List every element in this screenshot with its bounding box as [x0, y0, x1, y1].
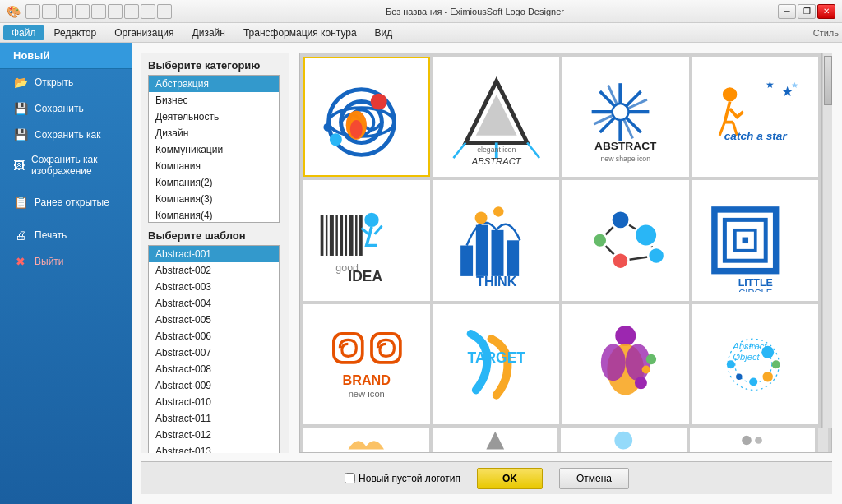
template-item-004[interactable]: Abstract-004	[149, 295, 279, 312]
svg-point-71	[615, 325, 636, 345]
saveas-icon: 💾	[13, 127, 28, 142]
minimize-button[interactable]: ─	[778, 4, 796, 19]
template-item-003[interactable]: Abstract-003	[149, 279, 279, 295]
sidebar-item-saveas[interactable]: 💾 Сохранить как	[0, 122, 132, 148]
logo-cell-7[interactable]	[562, 180, 689, 300]
menu-file[interactable]: Файл	[3, 25, 44, 40]
template-item-012[interactable]: Abstract-012	[149, 427, 279, 443]
sidebar-item-saveas-label: Сохранить как	[35, 129, 100, 141]
logo-cell-2[interactable]: ABSTRACT elegant icon	[433, 57, 560, 177]
svg-marker-88	[486, 432, 504, 450]
template-item-006[interactable]: Abstract-006	[149, 328, 279, 344]
sidebar-item-exit-label: Выйти	[35, 256, 64, 267]
template-item-009[interactable]: Abstract-009	[149, 377, 279, 394]
grid-scroll-thumb[interactable]	[824, 56, 832, 105]
open-icon: 📂	[13, 75, 28, 90]
svg-text:IDEA: IDEA	[348, 268, 382, 284]
template-list[interactable]: Abstract-001 Abstract-002 Abstract-003 A…	[148, 245, 280, 453]
template-title: Выберите шаблон	[148, 229, 282, 242]
sidebar-item-print-label: Печать	[35, 229, 67, 241]
svg-point-48	[493, 206, 503, 216]
sidebar-new-label[interactable]: Новый	[0, 43, 132, 69]
logo-cell-12[interactable]: Abstract Object	[692, 304, 819, 424]
category-item-business[interactable]: Бизнес	[149, 92, 279, 109]
sidebar-item-print[interactable]: 🖨 Печать	[0, 222, 132, 248]
svg-point-81	[771, 360, 780, 368]
abstract-triangle-logo: ABSTRACT elegant icon	[435, 66, 558, 169]
cancel-button[interactable]: Отмена	[559, 468, 629, 489]
svg-marker-11	[475, 95, 516, 136]
empty-logo-checkbox-label[interactable]: Новый пустой логотип	[345, 473, 460, 484]
target-logo: TARGET	[435, 313, 558, 416]
logo-cell-3[interactable]: ABSTRACT new shape icon	[562, 57, 689, 177]
sidebar-item-recent[interactable]: 📋 Ранее открытые	[0, 189, 132, 215]
template-item-007[interactable]: Abstract-007	[149, 344, 279, 361]
logo-cell-1[interactable]	[303, 57, 430, 177]
svg-rect-31	[321, 215, 324, 256]
menu-view[interactable]: Вид	[367, 25, 401, 40]
category-item-abstract[interactable]: Абстракция	[149, 76, 279, 92]
restore-button[interactable]: ❐	[798, 4, 816, 19]
template-item-001[interactable]: Abstract-001	[149, 246, 279, 262]
svg-point-82	[762, 372, 772, 381]
sidebar-item-save-label: Сохранить	[35, 103, 84, 114]
close-button[interactable]: ✕	[817, 4, 835, 19]
sidebar-item-recent-label: Ранее открытые	[35, 197, 109, 208]
logo-cell-4[interactable]: ★ ★ ★ catch a star	[692, 57, 819, 177]
window-controls[interactable]: ─ ❐ ✕	[778, 4, 835, 19]
svg-point-23	[613, 104, 629, 120]
menu-transform[interactable]: Трансформация контура	[235, 25, 365, 40]
category-list[interactable]: Абстракция Бизнес Деятельность Дизайн Ко…	[148, 75, 280, 223]
svg-point-47	[474, 212, 487, 224]
svg-point-91	[755, 437, 762, 444]
template-item-008[interactable]: Abstract-008	[149, 361, 279, 377]
category-item-company[interactable]: Компания	[149, 158, 279, 174]
logo-cell-6[interactable]: THINK	[433, 180, 560, 300]
sidebar-item-save[interactable]: 💾 Сохранить	[0, 95, 132, 122]
sidebar-item-saveimage[interactable]: 🖼 Сохранить как изображение	[0, 148, 132, 183]
category-item-company4[interactable]: Компания(4)	[149, 207, 279, 223]
logo-cell-11[interactable]	[562, 304, 689, 424]
template-item-005[interactable]: Abstract-005	[149, 312, 279, 328]
menu-editor[interactable]: Редактор	[46, 25, 105, 40]
ok-button[interactable]: OK	[477, 468, 543, 489]
logo-cell-9[interactable]: BRAND new icon	[303, 304, 430, 424]
template-item-011[interactable]: Abstract-011	[149, 410, 279, 427]
svg-text:ABSTRACT: ABSTRACT	[470, 155, 521, 165]
template-item-002[interactable]: Abstract-002	[149, 262, 279, 279]
svg-point-76	[642, 365, 650, 373]
good-idea-logo: good IDEA	[305, 189, 428, 292]
sidebar-item-saveimage-label: Сохранить как изображение	[31, 154, 118, 177]
grid-scrollbar[interactable]	[822, 53, 832, 428]
logo-cell-5[interactable]: good IDEA	[303, 180, 430, 300]
category-item-company2[interactable]: Компания(2)	[149, 174, 279, 191]
svg-rect-63	[742, 238, 747, 243]
svg-rect-33	[330, 215, 334, 256]
svg-rect-38	[355, 215, 357, 256]
template-item-010[interactable]: Abstract-010	[149, 394, 279, 410]
template-item-013[interactable]: Abstract-013	[149, 443, 279, 453]
sidebar-item-exit[interactable]: ✖ Выйти	[0, 248, 132, 275]
menu-design[interactable]: Дизайн	[184, 25, 234, 40]
logo-cell-10[interactable]: TARGET	[433, 304, 560, 424]
category-item-comms[interactable]: Коммуникации	[149, 141, 279, 158]
category-item-company3[interactable]: Компания(3)	[149, 191, 279, 207]
svg-text:new shape icon: new shape icon	[600, 155, 650, 163]
sidebar-item-open[interactable]: 📂 Открыть	[0, 69, 132, 95]
logo-cell-8[interactable]: LITTLE CIRCLE	[692, 180, 819, 300]
svg-point-84	[736, 373, 742, 379]
svg-point-74	[626, 344, 650, 381]
svg-rect-36	[345, 215, 347, 256]
svg-point-56	[593, 234, 607, 247]
svg-text:Object: Object	[733, 352, 760, 362]
svg-text:★: ★	[766, 79, 775, 90]
menu-organization[interactable]: Организация	[106, 25, 182, 40]
empty-logo-checkbox[interactable]	[345, 473, 355, 483]
category-item-activity[interactable]: Деятельность	[149, 109, 279, 125]
content-area: Выберите категорию Абстракция Бизнес Дея…	[132, 43, 842, 504]
svg-line-14	[527, 142, 539, 158]
svg-point-40	[364, 213, 378, 227]
abstract-person-logo	[564, 313, 687, 416]
title-bar: 🎨 Без названия - EximiousSoft Logo Desig…	[0, 0, 842, 23]
category-item-design[interactable]: Дизайн	[149, 125, 279, 141]
